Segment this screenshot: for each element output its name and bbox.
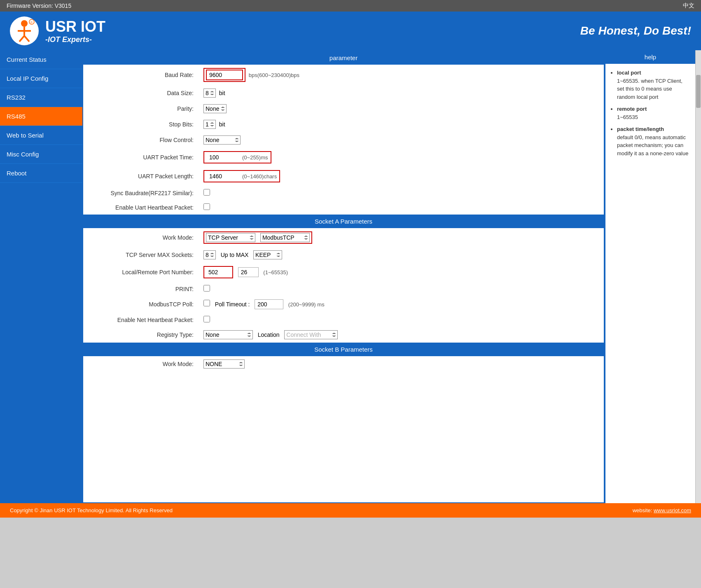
poll-timeout-hint: (200~9999) ms <box>288 301 325 308</box>
baud-rate-value-cell: bps(600~230400)bps <box>199 65 604 85</box>
uart-packet-time-group: (0~255)ms <box>203 151 271 163</box>
uart-packet-time-label: UART Packet Time: <box>83 148 199 167</box>
sidebar-item-rs232[interactable]: RS232 <box>0 88 82 107</box>
data-size-row: Data Size: 8 7 bit <box>83 85 604 101</box>
sidebar: Current Status Local IP Config RS232 RS4… <box>0 50 82 503</box>
socket-a-table: Work Mode: TCP Server TCP Client UDP Mod… <box>83 228 604 343</box>
parameter-header: parameter <box>83 51 604 65</box>
uart-packet-time-value-cell: (0~255)ms <box>199 148 604 167</box>
net-heartbeat-row: Enable Net Heartbeat Packet: <box>83 313 604 327</box>
work-mode-protocol-select[interactable]: ModbusTCP None <box>260 233 310 242</box>
uart-packet-length-input[interactable] <box>207 172 240 181</box>
registry-type-row: Registry Type: None Location Connect Wit… <box>83 327 604 343</box>
tcp-max-value-cell: 8 4 2 1 Up to MAX KEEP CLOSE <box>199 247 604 263</box>
remote-port-input[interactable] <box>238 267 259 277</box>
website: website: www.usriot.com <box>633 507 691 513</box>
uart-packet-length-hint: (0~1460)chars <box>242 173 277 180</box>
help-content: local port 1~65535. when TCP Client, set… <box>605 64 695 166</box>
scroll-thumb[interactable] <box>696 75 701 108</box>
uart-heartbeat-row: Enable Uart Heartbeat Packet: <box>83 200 604 215</box>
help-remote-port-desc: 1~65535 <box>617 114 638 120</box>
work-mode-b-select[interactable]: NONE TCP Server TCP Client <box>203 359 245 369</box>
tcp-max-select[interactable]: 8 4 2 1 <box>203 250 216 259</box>
help-local-port-desc: 1~65535. when TCP Client, set this to 0 … <box>617 78 682 100</box>
work-mode-row: Work Mode: TCP Server TCP Client UDP Mod… <box>83 228 604 247</box>
work-mode-b-value-cell: NONE TCP Server TCP Client <box>199 356 604 372</box>
modbustcp-poll-label: ModbusTCP Poll: <box>83 296 199 313</box>
help-panel: help local port 1~65535. when TCP Client… <box>605 50 695 503</box>
uart-packet-time-row: UART Packet Time: (0~255)ms <box>83 148 604 167</box>
modbustcp-poll-row: ModbusTCP Poll: Poll Timeout : (200~9999… <box>83 296 604 313</box>
stop-bits-label: Stop Bits: <box>83 117 199 132</box>
socket-b-table: Work Mode: NONE TCP Server TCP Client <box>83 356 604 372</box>
data-size-label: Data Size: <box>83 85 199 101</box>
uart-heartbeat-value-cell <box>199 200 604 215</box>
parity-row: Parity: None Even Odd <box>83 101 604 117</box>
stop-bits-row: Stop Bits: 1 2 bit <box>83 117 604 132</box>
data-size-select[interactable]: 8 7 <box>203 89 216 98</box>
flow-control-value-cell: None RTS/CTS <box>199 132 604 148</box>
parity-select[interactable]: None Even Odd <box>203 104 227 113</box>
footer: Copyright © Jinan USR IOT Technology Lim… <box>0 503 701 518</box>
sync-baudrate-checkbox[interactable] <box>203 189 210 196</box>
net-heartbeat-label: Enable Net Heartbeat Packet: <box>83 313 199 327</box>
poll-timeout-label: Poll Timeout : <box>215 301 250 308</box>
language-switch[interactable]: 中文 <box>683 2 694 9</box>
stop-bits-value-cell: 1 2 bit <box>199 117 604 132</box>
copyright: Copyright © Jinan USR IOT Technology Lim… <box>10 507 173 513</box>
website-label: website: <box>633 507 654 513</box>
logo: ® <box>10 16 39 45</box>
local-port-input[interactable] <box>206 268 231 277</box>
help-item-remote-port: remote port 1~65535 <box>617 105 690 121</box>
slogan: Be Honest, Do Best! <box>580 24 691 37</box>
registry-type-select[interactable]: None <box>203 330 253 339</box>
uart-packet-length-label: UART Packet Length: <box>83 167 199 186</box>
svg-line-3 <box>19 36 24 42</box>
flow-control-select[interactable]: None RTS/CTS <box>203 135 241 145</box>
uart-packet-length-row: UART Packet Length: (0~1460)chars <box>83 167 604 186</box>
website-link[interactable]: www.usriot.com <box>654 507 691 513</box>
sidebar-item-web-to-serial[interactable]: Web to Serial <box>0 126 82 145</box>
main-layout: Current Status Local IP Config RS232 RS4… <box>0 50 701 503</box>
sidebar-item-current-status[interactable]: Current Status <box>0 50 82 69</box>
local-port-group <box>203 266 233 278</box>
help-item-packet: packet time/length default 0/0, means au… <box>617 125 690 157</box>
flow-control-label: Flow Control: <box>83 132 199 148</box>
flow-control-row: Flow Control: None RTS/CTS <box>83 132 604 148</box>
port-value-cell: (1~65535) <box>199 263 604 282</box>
print-checkbox[interactable] <box>203 285 210 292</box>
baud-rate-group <box>203 68 245 82</box>
firmware-version: Firmware Version: V3015 <box>7 2 71 9</box>
baud-rate-input[interactable] <box>206 70 243 80</box>
uart-packet-time-input[interactable] <box>207 153 240 162</box>
brand-name: USR IOT <box>45 18 105 35</box>
modbustcp-poll-value-cell: Poll Timeout : (200~9999) ms <box>199 296 604 313</box>
sidebar-item-reboot[interactable]: Reboot <box>0 164 82 183</box>
parity-label: Parity: <box>83 101 199 117</box>
socket-a-header: Socket A Parameters <box>83 215 604 228</box>
net-heartbeat-checkbox[interactable] <box>203 316 210 322</box>
connect-with-select[interactable]: Connect With <box>284 330 338 339</box>
print-value-cell <box>199 282 604 296</box>
poll-timeout-input[interactable] <box>255 299 283 309</box>
net-heartbeat-value-cell <box>199 313 604 327</box>
stop-bits-select[interactable]: 1 2 <box>203 120 216 129</box>
work-mode-label: Work Mode: <box>83 228 199 247</box>
uart-heartbeat-label: Enable Uart Heartbeat Packet: <box>83 200 199 215</box>
modbustcp-poll-checkbox[interactable] <box>203 300 210 306</box>
keep-select[interactable]: KEEP CLOSE <box>253 250 282 259</box>
help-packet-title: packet time/length <box>617 126 664 132</box>
logo-icon: ® <box>12 19 37 43</box>
baud-rate-row: Baud Rate: bps(600~230400)bps <box>83 65 604 85</box>
svg-point-0 <box>21 20 28 27</box>
uart-heartbeat-checkbox[interactable] <box>203 203 210 210</box>
sidebar-item-misc-config[interactable]: Misc Config <box>0 145 82 164</box>
sidebar-item-rs485[interactable]: RS485 <box>0 107 82 126</box>
parameter-table: Baud Rate: bps(600~230400)bps Data Size:… <box>83 65 604 215</box>
sidebar-item-local-ip[interactable]: Local IP Config <box>0 69 82 88</box>
data-size-unit: bit <box>219 90 225 96</box>
scrollbar[interactable] <box>695 50 701 503</box>
content-area: parameter Baud Rate: bps(600~230400)bps … <box>82 50 605 503</box>
help-remote-port-title: remote port <box>617 106 647 112</box>
work-mode-select[interactable]: TCP Server TCP Client UDP <box>206 233 255 242</box>
